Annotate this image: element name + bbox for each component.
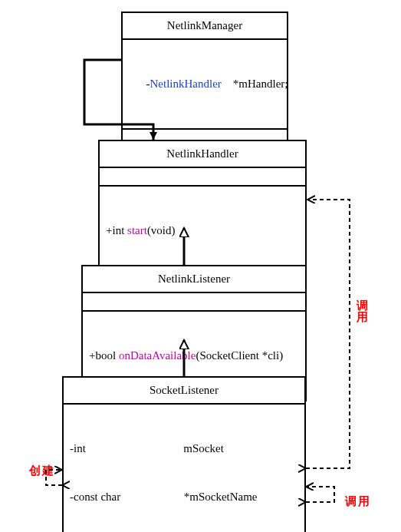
class-title: NetlinkListener <box>83 266 305 292</box>
label-call-bottom: 调用 <box>345 494 371 509</box>
class-title: SocketListener <box>64 378 304 403</box>
class-socketlistener: SocketListener -int mSocket -const char … <box>62 376 306 532</box>
class-attrs: -NetlinkHandler *mHandler; <box>123 38 287 128</box>
class-title: NetlinkManager <box>123 13 287 38</box>
label-create: 创建 <box>29 464 55 478</box>
dep-startlistener-to-start <box>306 200 350 468</box>
class-title: NetlinkHandler <box>100 141 305 167</box>
class-attrs <box>100 167 305 185</box>
class-attrs <box>83 292 305 310</box>
label-call-right: 调 用 <box>355 290 370 307</box>
dep-runlistener-call <box>306 487 334 502</box>
class-attrs: -int mSocket -const char *mSocketName -S… <box>64 403 304 532</box>
